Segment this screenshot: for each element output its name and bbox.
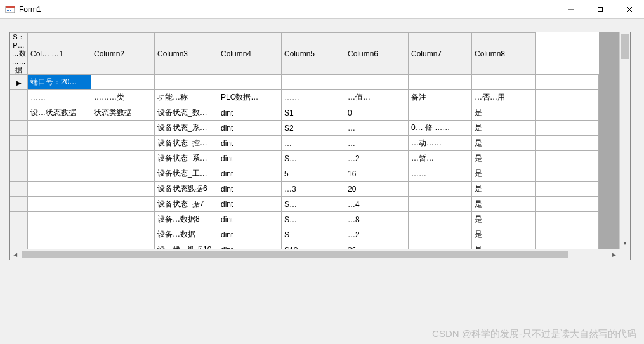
table-cell[interactable]: 是	[472, 242, 536, 249]
table-cell[interactable]	[91, 182, 155, 197]
table-cell[interactable]: dint	[218, 197, 282, 212]
table-cell[interactable]: 5	[282, 166, 345, 182]
table-cell[interactable]	[91, 242, 155, 249]
table-cell[interactable]: 16	[345, 166, 409, 182]
table-cell[interactable]	[282, 75, 345, 90]
table-cell[interactable]: dint	[218, 121, 282, 136]
maximize-button[interactable]	[586, 0, 615, 19]
table-cell[interactable]	[409, 212, 472, 227]
table-cell[interactable]: …2	[345, 151, 409, 166]
scroll-down-arrow-icon[interactable]: ▼	[620, 238, 630, 249]
table-cell[interactable]	[409, 105, 472, 121]
row-header[interactable]	[10, 182, 28, 197]
table-cell[interactable]: 是	[472, 227, 536, 242]
table-cell[interactable]	[28, 121, 91, 136]
table-cell[interactable]	[91, 197, 155, 212]
minimize-button[interactable]	[556, 0, 586, 19]
table-cell[interactable]	[28, 197, 91, 212]
table-cell[interactable]: 设备…数据	[155, 227, 218, 242]
table-cell[interactable]	[536, 90, 599, 105]
table-cell[interactable]: 状态类数据	[91, 105, 155, 121]
horizontal-scroll-thumb[interactable]	[22, 251, 568, 258]
table-cell[interactable]: dint	[218, 136, 282, 151]
table-cell[interactable]: dint	[218, 166, 282, 182]
table-cell[interactable]	[91, 136, 155, 151]
table-cell[interactable]: dint	[218, 105, 282, 121]
column-header[interactable]: Column5	[282, 33, 345, 75]
table-cell[interactable]: dint	[218, 182, 282, 197]
row-header[interactable]	[10, 121, 28, 136]
table-cell[interactable]: PLC数据…	[218, 90, 282, 105]
table-cell[interactable]	[536, 151, 599, 166]
table-cell[interactable]: ………类	[91, 90, 155, 105]
table-cell[interactable]: ……	[409, 166, 472, 182]
table-cell[interactable]: 设备状态_据7	[155, 197, 218, 212]
table-cell[interactable]	[28, 227, 91, 242]
datagrid[interactable]: S：P… …数……据Col… …1Column2Column3Column4Co…	[9, 32, 631, 260]
table-cell[interactable]: 是	[472, 105, 536, 121]
table-cell[interactable]: 设备状态_数…	[155, 105, 218, 121]
table-cell[interactable]: 设备状态_系…	[155, 121, 218, 136]
table-cell[interactable]	[28, 212, 91, 227]
table-cell[interactable]: 设…状态数据	[28, 105, 91, 121]
table-cell[interactable]: 是	[472, 197, 536, 212]
table-cell[interactable]: 端口号：20…	[28, 75, 91, 90]
table-cell[interactable]	[28, 151, 91, 166]
table-cell[interactable]: 设备状态_工…	[155, 166, 218, 182]
table-cell[interactable]	[472, 75, 536, 90]
table-row[interactable]: ……………类功能…称PLC数据…………值…备注…否…用	[10, 90, 599, 105]
table-cell[interactable]	[536, 227, 599, 242]
table-cell[interactable]	[409, 75, 472, 90]
table-cell[interactable]: …动……	[409, 136, 472, 151]
table-cell[interactable]: 设备状态_系…	[155, 151, 218, 166]
table-cell[interactable]: ……	[28, 90, 91, 105]
scroll-left-arrow-icon[interactable]: ◀	[10, 249, 20, 260]
table-cell[interactable]: …否…用	[472, 90, 536, 105]
table-cell[interactable]	[91, 121, 155, 136]
table-row[interactable]: 设备…数据dintS…2是	[10, 227, 599, 242]
table-cell[interactable]: 设备…数据8	[155, 212, 218, 227]
table-cell[interactable]: S	[282, 227, 345, 242]
table-cell[interactable]: …4	[345, 197, 409, 212]
table-cell[interactable]: S…	[282, 212, 345, 227]
table-row[interactable]: 设…状态数据状态类数据设备状态_数…dintS10是	[10, 105, 599, 121]
table-cell[interactable]: 是	[472, 182, 536, 197]
column-header[interactable]: Column2	[91, 33, 155, 75]
table-cell[interactable]	[28, 136, 91, 151]
table-cell[interactable]: ……	[282, 90, 345, 105]
table-cell[interactable]: …值…	[345, 90, 409, 105]
table-row[interactable]: 设备状态数据6dint…320是	[10, 182, 599, 197]
datagrid-table[interactable]: S：P… …数……据Col… …1Column2Column3Column4Co…	[10, 32, 599, 249]
row-header[interactable]: ▶	[10, 75, 28, 90]
table-row[interactable]: 设备状态_据7dintS……4是	[10, 197, 599, 212]
table-cell[interactable]	[536, 166, 599, 182]
table-cell[interactable]	[218, 75, 282, 90]
table-cell[interactable]	[536, 242, 599, 249]
table-cell[interactable]: dint	[218, 242, 282, 249]
table-cell[interactable]: S…	[282, 197, 345, 212]
row-header[interactable]	[10, 151, 28, 166]
table-cell[interactable]: 0… 修 ……	[409, 121, 472, 136]
table-cell[interactable]	[28, 182, 91, 197]
table-cell[interactable]: 0	[345, 105, 409, 121]
table-cell[interactable]: 设备状态数据6	[155, 182, 218, 197]
table-cell[interactable]	[536, 212, 599, 227]
table-cell[interactable]: S1	[282, 105, 345, 121]
table-cell[interactable]: 20	[345, 182, 409, 197]
table-cell[interactable]: dint	[218, 151, 282, 166]
close-button[interactable]	[615, 0, 644, 19]
column-header[interactable]: Column7	[409, 33, 472, 75]
table-cell[interactable]	[536, 182, 599, 197]
table-cell[interactable]	[91, 151, 155, 166]
table-cell[interactable]	[91, 166, 155, 182]
row-header[interactable]	[10, 166, 28, 182]
column-header[interactable]: Column4	[218, 33, 282, 75]
table-cell[interactable]	[155, 75, 218, 90]
table-cell[interactable]: …	[345, 136, 409, 151]
table-cell[interactable]: …	[345, 121, 409, 136]
table-row[interactable]: 设备…数据8dintS……8是	[10, 212, 599, 227]
table-cell[interactable]	[536, 105, 599, 121]
table-cell[interactable]: dint	[218, 212, 282, 227]
horizontal-scrollbar[interactable]: ◀ ▶	[10, 249, 619, 260]
table-row[interactable]: 设备状态_系…dintS2…0… 修 ……是	[10, 121, 599, 136]
